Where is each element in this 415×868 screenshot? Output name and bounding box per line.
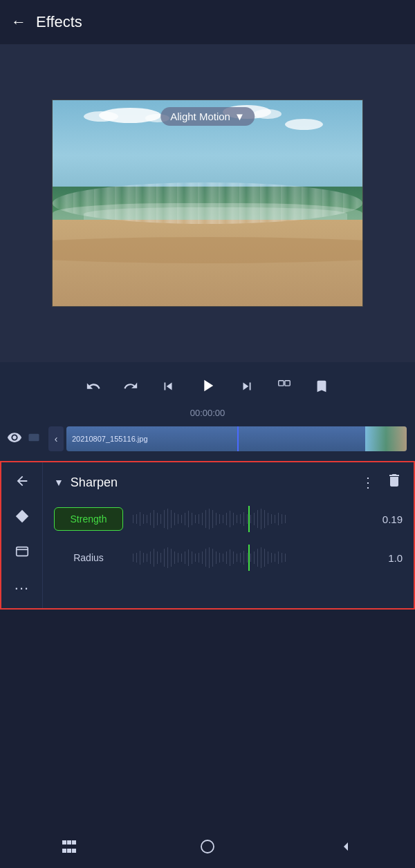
header: ← Effects <box>0 0 415 44</box>
radius-keyframe-marker <box>248 545 250 571</box>
effect-header: ▼ Sharpen ⋮ <box>54 472 403 493</box>
skip-end-button[interactable] <box>239 379 255 397</box>
eye-icon[interactable] <box>7 430 22 448</box>
radius-label-button[interactable]: Radius <box>54 547 123 569</box>
svg-point-10 <box>201 840 214 853</box>
timeline-controls: 00:00:00 ‹ // Will be rendered by JS bel… <box>0 362 415 461</box>
effect-title-group: ▼ Sharpen <box>54 475 118 490</box>
strength-value: 0.19 <box>372 513 403 525</box>
timeline-clip[interactable]: 20210807_155116.jpg <box>66 426 407 451</box>
svg-rect-4 <box>62 840 66 845</box>
timeline-scroll-left[interactable]: ‹ <box>48 426 64 451</box>
svg-rect-0 <box>279 380 284 385</box>
undo-button[interactable] <box>86 379 101 397</box>
nav-home-button[interactable] <box>199 838 216 859</box>
strength-keyframe-marker <box>248 506 250 532</box>
collapse-arrow[interactable]: ▼ <box>54 477 64 488</box>
timeline-playhead <box>237 426 239 451</box>
effect-delete-button[interactable] <box>386 472 403 493</box>
svg-rect-5 <box>67 840 71 845</box>
nav-back-button[interactable] <box>338 838 354 859</box>
strength-track[interactable] <box>133 504 365 534</box>
trim-button[interactable] <box>277 379 292 397</box>
strength-label-button[interactable]: Strength <box>54 507 123 531</box>
back-button[interactable]: ← <box>11 13 26 31</box>
layer-icon[interactable] <box>26 431 42 446</box>
mask-icon[interactable] <box>15 544 30 563</box>
strength-row: Strength 0.19 <box>54 504 403 534</box>
clip-thumbnail <box>365 426 407 451</box>
effects-sidebar: ··· <box>1 462 43 608</box>
bookmark-button[interactable] <box>314 379 329 397</box>
playback-controls <box>0 370 415 405</box>
radius-row: Radius 1.0 <box>54 542 403 573</box>
radius-track[interactable] <box>133 542 365 573</box>
timeline-track: ‹ // Will be rendered by JS below 202108… <box>0 422 415 455</box>
svg-rect-1 <box>285 380 290 385</box>
keyframe-diamond-icon[interactable] <box>15 509 30 527</box>
clip-name: 20210807_155116.jpg <box>72 435 148 443</box>
preview-area: Alight Motion ▼ <box>0 44 415 362</box>
play-button[interactable] <box>198 376 217 399</box>
page-title: Effects <box>36 13 82 31</box>
video-preview[interactable]: Alight Motion ▼ <box>52 100 363 307</box>
effects-back-button[interactable] <box>15 473 30 492</box>
redo-button[interactable] <box>123 379 138 397</box>
watermark: Alight Motion ▼ <box>160 107 255 126</box>
effect-more-button[interactable]: ⋮ <box>361 474 375 491</box>
nav-menu-button[interactable] <box>61 840 77 858</box>
radius-value: 1.0 <box>372 552 403 564</box>
bottom-nav <box>0 829 415 868</box>
svg-rect-3 <box>16 547 28 556</box>
effects-main: ▼ Sharpen ⋮ Strength <box>43 462 414 608</box>
svg-rect-8 <box>67 849 71 853</box>
skip-start-button[interactable] <box>160 379 176 397</box>
svg-rect-9 <box>72 849 76 853</box>
effect-title: Sharpen <box>71 475 118 490</box>
timecode: 00:00:00 <box>0 405 415 422</box>
svg-rect-2 <box>29 434 39 442</box>
svg-rect-6 <box>72 840 76 845</box>
effects-panel: ··· ▼ Sharpen ⋮ Strength <box>0 461 415 610</box>
effect-actions: ⋮ <box>361 472 403 493</box>
more-options-icon[interactable]: ··· <box>15 579 29 597</box>
timeline-left-controls <box>0 430 48 448</box>
svg-rect-7 <box>62 849 66 853</box>
